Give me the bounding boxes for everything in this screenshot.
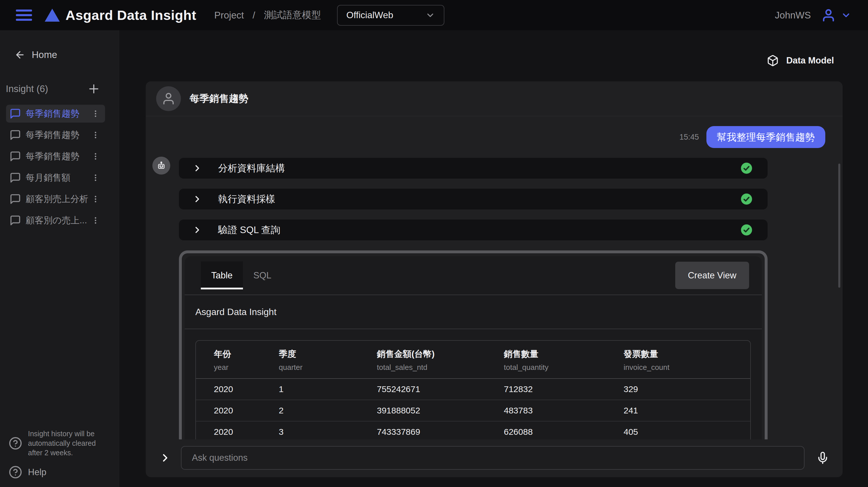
breadcrumb-page[interactable]: 測試語意模型 [264, 9, 321, 22]
kebab-menu-icon[interactable] [91, 109, 100, 118]
step-panel[interactable]: 分析資料庫結構 [179, 158, 768, 178]
table-cell: 712832 [504, 384, 624, 394]
app-title: Asgard Data Insight [65, 7, 196, 23]
table-cell: 2 [279, 405, 377, 416]
assistant-steps: 分析資料庫結構執行資料採樣驗證 SQL 查詢 TableSQL Create V… [179, 158, 768, 440]
sidebar-item-label: 每季銷售趨勢 [26, 150, 91, 162]
tab-sql[interactable]: SQL [243, 261, 282, 289]
submit-chevron-icon[interactable] [160, 453, 169, 462]
result-table: 年份year季度quarter銷售金額(台幣)total_sales_ntd銷售… [195, 340, 751, 440]
tab-table[interactable]: Table [201, 261, 243, 289]
data-model-button[interactable]: Data Model [767, 55, 834, 67]
insight-section-label: Insight (6) [6, 84, 48, 94]
result-table-header: 年份year季度quarter銷售金額(台幣)total_sales_ntd銷售… [196, 341, 750, 379]
check-circle-icon [740, 193, 752, 205]
message-timestamp: 15:45 [679, 133, 699, 142]
step-panel[interactable]: 驗證 SQL 查詢 [179, 220, 768, 240]
kebab-menu-icon[interactable] [91, 173, 100, 182]
home-label: Home [32, 49, 57, 60]
chat-bubble-icon [9, 193, 21, 205]
check-circle-icon [740, 224, 752, 236]
sidebar-item[interactable]: 每季銷售趨勢 [6, 148, 105, 165]
steps-list: 分析資料庫結構執行資料採樣驗證 SQL 查詢 [179, 158, 768, 240]
ask-question-input[interactable] [181, 446, 805, 470]
table-cell: 483783 [504, 405, 624, 416]
column-label-zh: 銷售金額(台幣) [377, 348, 504, 360]
help-label: Help [28, 467, 46, 478]
chevron-right-icon [193, 164, 202, 172]
user-message-row: 15:45 幫我整理每季銷售趨勢 [163, 126, 825, 148]
result-card: TableSQL Create View Asgard Data Insight… [185, 256, 762, 440]
kebab-menu-icon[interactable] [91, 152, 100, 161]
ask-question-row [160, 446, 829, 470]
workspace-select-value: OfficialWeb [346, 10, 393, 21]
user-menu-chevron-icon[interactable] [841, 10, 851, 21]
workspace-select[interactable]: OfficialWeb [337, 5, 444, 26]
chevron-down-icon [425, 10, 435, 20]
table-column-header: 銷售數量total_quantity [504, 348, 624, 372]
robot-icon [156, 160, 166, 171]
step-label: 執行資料採樣 [218, 193, 740, 206]
chat-scrollbar-thumb[interactable] [838, 164, 840, 288]
sidebar-item[interactable]: 每季銷售趨勢 [6, 126, 105, 144]
chevron-right-icon [193, 195, 202, 203]
column-label-zh: 發票數量 [624, 348, 739, 360]
sidebar-item-label: 每季銷售趨勢 [26, 129, 91, 141]
arrow-left-icon [14, 49, 25, 60]
result-table-body: 2020175524267171283232920202391888052483… [196, 379, 750, 440]
table-cell: 241 [624, 405, 739, 416]
chat-title: 每季銷售趨勢 [190, 92, 248, 105]
column-label-en: total_quantity [504, 363, 624, 372]
create-view-button[interactable]: Create View [675, 262, 749, 289]
result-card-title: Asgard Data Insight [195, 307, 276, 317]
data-model-label: Data Model [786, 55, 834, 66]
result-card-title-row: Asgard Data Insight [185, 295, 762, 329]
step-label: 驗證 SQL 查詢 [218, 224, 740, 236]
chat-bubble-icon [9, 172, 21, 184]
hamburger-menu-icon[interactable] [16, 9, 32, 21]
breadcrumb-separator: / [252, 10, 255, 21]
sidebar-item[interactable]: 每季銷售趨勢 [6, 105, 105, 123]
add-insight-button[interactable] [88, 83, 100, 95]
table-column-header: 銷售金額(台幣)total_sales_ntd [377, 348, 504, 372]
table-column-header: 季度quarter [279, 348, 377, 372]
insight-section-header: Insight (6) [0, 83, 119, 95]
table-cell: 391888052 [377, 405, 504, 416]
cube-icon [767, 55, 779, 67]
home-button[interactable]: Home [0, 30, 119, 60]
assistant-avatar [152, 157, 170, 174]
kebab-menu-icon[interactable] [91, 195, 100, 203]
step-panel[interactable]: 執行資料採樣 [179, 189, 768, 209]
table-cell: 405 [624, 427, 739, 437]
chat-bubble-icon [9, 129, 21, 141]
step-label: 分析資料庫結構 [218, 162, 740, 175]
chevron-right-icon [193, 226, 202, 234]
sidebar-item-label: 每季銷售趨勢 [26, 108, 91, 120]
main-area: Data Model 每季銷售趨勢 15:45 幫我整理每季銷售趨勢 [119, 30, 868, 487]
kebab-menu-icon[interactable] [91, 216, 100, 225]
column-label-zh: 季度 [279, 348, 377, 360]
breadcrumb-section[interactable]: Project [214, 10, 244, 21]
column-label-en: year [214, 363, 279, 372]
info-question-icon [9, 436, 22, 450]
chat-body: 15:45 幫我整理每季銷售趨勢 分析資料庫結構執行資料採樣驗證 SQL 查詢 [146, 126, 843, 440]
result-tab-bar: TableSQL Create View [185, 256, 762, 295]
top-header: Asgard Data Insight Project / 測試語意模型 Off… [0, 0, 868, 30]
table-row: 20203743337869626088405 [196, 422, 750, 440]
table-cell: 2020 [214, 405, 279, 416]
microphone-icon[interactable] [816, 451, 829, 464]
column-label-zh: 年份 [214, 348, 279, 360]
help-button[interactable]: Help [9, 465, 46, 479]
check-circle-icon [740, 162, 752, 174]
table-column-header: 發票數量invoice_count [624, 348, 739, 372]
table-cell: 743337869 [377, 427, 504, 437]
sidebar-item[interactable]: 每月銷售額 [6, 169, 105, 187]
kebab-menu-icon[interactable] [91, 131, 100, 139]
chat-panel: 每季銷售趨勢 15:45 幫我整理每季銷售趨勢 分析資料庫結構執行資料採樣驗 [146, 82, 843, 477]
app-root: Asgard Data Insight Project / 測試語意模型 Off… [0, 0, 868, 487]
table-cell: 1 [279, 384, 377, 394]
sidebar-item[interactable]: 顧客別売上分析 [6, 190, 105, 208]
user-icon[interactable] [821, 8, 836, 23]
sidebar-item[interactable]: 顧客別の売上... [6, 212, 105, 229]
column-label-en: total_sales_ntd [377, 363, 504, 372]
